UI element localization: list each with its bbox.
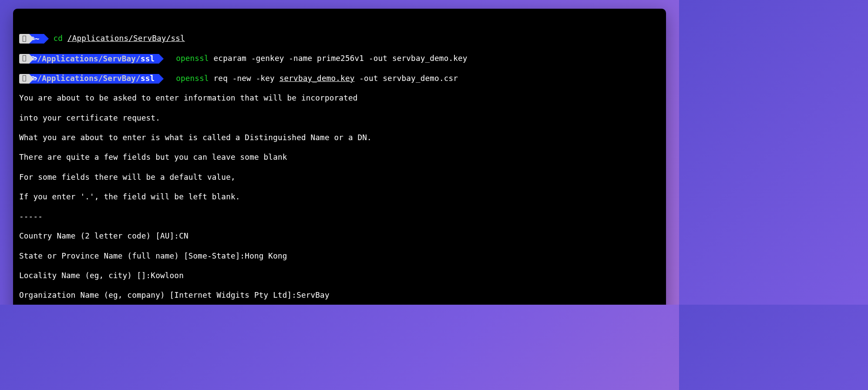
command-openssl: openssl [176, 54, 209, 63]
home-tilde: ~ [35, 34, 40, 44]
file-key: servbay_demo.key [279, 74, 355, 83]
arg-path: /Applications/ServBay/ssl [67, 34, 185, 43]
command-args: req -new -key [209, 74, 279, 83]
output-line: into your certificate request. [19, 113, 660, 123]
command-openssl: openssl [176, 74, 209, 83]
arrow-icon [29, 34, 34, 44]
command-args: ecparam -genkey -name prime256v1 -out se… [209, 54, 468, 63]
prompt-line-1[interactable]:  ⌂ ~ cd /Applications/ServBay/ssl [19, 34, 660, 44]
output-line: Country Name (2 letter code) [AU]:CN [19, 231, 660, 241]
arrow-icon [44, 34, 49, 44]
os-segment:  [19, 34, 29, 44]
path-segment: 🗁 /Applications/ServBay/ssl [29, 54, 159, 64]
arrow-icon [166, 74, 171, 84]
os-segment:  [19, 54, 29, 64]
arrow-icon [29, 54, 34, 64]
output-line: State or Province Name (full name) [Some… [19, 251, 660, 261]
prompt-line-3[interactable]:  🗁 /Applications/ServBay/ssl openssl re… [19, 74, 660, 84]
path-segment: 🗁 /Applications/ServBay/ssl [29, 74, 159, 84]
output-line: Locality Name (eg, city) []:Kowloon [19, 271, 660, 281]
terminal-window[interactable]:  ⌂ ~ cd /Applications/ServBay/ssl  🗁 /… [13, 9, 666, 305]
output-line: Organization Name (eg, company) [Interne… [19, 290, 660, 300]
output-line: If you enter '.', the field will be left… [19, 192, 660, 202]
output-line: What you are about to enter is what is c… [19, 133, 660, 143]
os-segment:  [19, 74, 29, 84]
output-line: For some fields there will be a default … [19, 172, 660, 182]
arrow-icon [29, 74, 34, 84]
output-line: You are about to be asked to enter infor… [19, 93, 660, 103]
command-cd: cd [53, 34, 63, 43]
arrow-icon [159, 54, 164, 64]
command-args: -out servbay_demo.csr [355, 74, 458, 83]
output-line: ----- [19, 212, 660, 222]
apple-icon:  [22, 74, 26, 82]
prompt-line-2[interactable]:  🗁 /Applications/ServBay/ssl openssl ec… [19, 54, 660, 64]
output-line: There are quite a few fields but you can… [19, 152, 660, 162]
apple-icon:  [22, 34, 26, 43]
arrow-icon [159, 74, 164, 84]
arrow-icon [166, 54, 171, 64]
apple-icon:  [22, 54, 26, 62]
